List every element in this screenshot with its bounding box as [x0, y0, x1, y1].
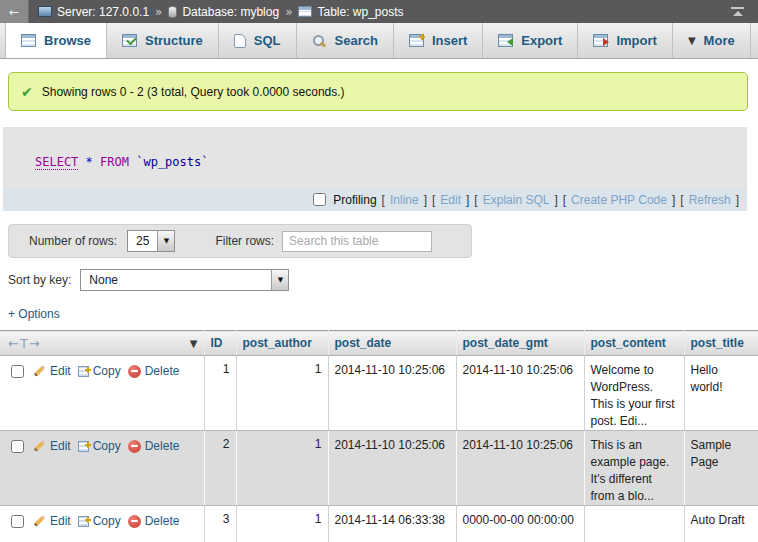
copy-icon: [78, 366, 89, 377]
collapse-chevron: [733, 11, 743, 16]
col-header-post-author[interactable]: post_author: [236, 331, 328, 356]
row-checkbox[interactable]: [11, 515, 24, 528]
export-icon: [498, 34, 513, 47]
edit-label: Edit: [50, 439, 71, 453]
cell-post-date: 2014-11-10 10:25:06: [328, 431, 456, 506]
bracket: [: [382, 193, 385, 207]
bracket: [: [474, 193, 477, 207]
server-breadcrumb-bar: ← Server: 127.0.0.1 » Database: myblog »…: [0, 0, 758, 23]
pencil-icon: [33, 365, 45, 377]
options-toggle[interactable]: + Options: [8, 307, 758, 321]
bracket: ]: [466, 193, 469, 207]
bracket: ]: [554, 193, 557, 207]
col-header-post-date-gmt[interactable]: post_date_gmt: [456, 331, 584, 356]
cell-post-title: Sample Page: [684, 431, 758, 506]
bracket: ]: [672, 193, 675, 207]
edit-query-link[interactable]: Edit: [440, 193, 461, 207]
breadcrumb-separator: »: [285, 5, 292, 19]
number-of-rows-select[interactable]: 25 ▼: [127, 230, 175, 252]
bracket: [: [680, 193, 683, 207]
tab-insert[interactable]: Insert: [394, 23, 483, 58]
table-row: Edit Copy Delete 2 1 2014-11-10 1: [0, 431, 758, 506]
cell-post-date-gmt: 0000-00-00 00:00:00: [456, 506, 584, 542]
delete-row-button[interactable]: Delete: [128, 514, 180, 528]
tab-browse[interactable]: Browse: [5, 23, 107, 58]
table-icon: [298, 6, 312, 17]
sql-keyword-from: FROM: [100, 155, 129, 169]
tab-export-label: Export: [521, 33, 562, 48]
sort-by-key-label: Sort by key:: [8, 273, 71, 287]
copy-row-button[interactable]: Copy: [78, 514, 121, 528]
filter-rows-input[interactable]: [282, 231, 432, 252]
tab-search[interactable]: Search: [297, 23, 394, 58]
sort-by-key-value: None: [81, 270, 271, 290]
database-icon: [168, 6, 177, 18]
edit-row-button[interactable]: Edit: [33, 514, 71, 528]
copy-row-button[interactable]: Copy: [78, 439, 121, 453]
tab-import[interactable]: Import: [578, 23, 672, 58]
edit-row-button[interactable]: Edit: [33, 364, 71, 378]
cell-post-author: 1: [236, 431, 328, 506]
explain-sql-link[interactable]: Explain SQL: [483, 193, 550, 207]
results-table: ←T→ ▼ ID post_author post_date post_date…: [0, 330, 758, 542]
delete-row-button[interactable]: Delete: [128, 364, 180, 378]
sql-star: *: [86, 155, 93, 169]
tab-more[interactable]: ▼ More: [673, 23, 751, 58]
breadcrumb-database-label: Database: myblog: [182, 5, 279, 19]
header-dropdown-icon[interactable]: ▼: [190, 338, 198, 349]
col-header-post-content[interactable]: post_content: [584, 331, 684, 356]
cell-post-content: Welcome to WordPress. This is your first…: [584, 356, 684, 431]
tab-structure-label: Structure: [145, 33, 203, 48]
profiling-checkbox[interactable]: [313, 193, 326, 206]
inline-link[interactable]: Inline: [390, 193, 419, 207]
collapse-console-icon[interactable]: [731, 7, 744, 16]
bracket: [: [432, 193, 435, 207]
tab-export[interactable]: Export: [483, 23, 578, 58]
back-button[interactable]: ←: [0, 0, 29, 23]
column-marker-icon: ←T→: [8, 336, 41, 351]
cell-post-content: [584, 506, 684, 542]
copy-icon: [78, 441, 89, 452]
refresh-link[interactable]: Refresh: [689, 193, 731, 207]
sort-by-key-row: Sort by key: None ▼: [8, 269, 758, 291]
create-php-code-link[interactable]: Create PHP Code: [571, 193, 667, 207]
delete-label: Delete: [145, 514, 180, 528]
chevron-down-icon: ▼: [688, 35, 696, 46]
structure-icon: [122, 34, 137, 47]
breadcrumb-database[interactable]: Database: myblog: [168, 5, 279, 19]
table-header-row: ←T→ ▼ ID post_author post_date post_date…: [0, 331, 758, 356]
delete-label: Delete: [145, 439, 180, 453]
cell-post-author: 1: [236, 506, 328, 542]
col-header-post-date[interactable]: post_date: [328, 331, 456, 356]
copy-icon: [78, 516, 89, 527]
breadcrumb-table[interactable]: Table: wp_posts: [298, 5, 403, 19]
select-arrow-icon: ▼: [157, 231, 174, 251]
profiling-label: Profiling: [333, 193, 376, 207]
cell-id: 2: [204, 431, 236, 506]
bracket: [: [563, 193, 566, 207]
edit-label: Edit: [50, 514, 71, 528]
sql-table-name: `wp_posts`: [136, 155, 208, 169]
cell-id: 3: [204, 506, 236, 542]
sort-by-key-select[interactable]: None ▼: [80, 269, 289, 291]
row-checkbox[interactable]: [11, 440, 24, 453]
tab-structure[interactable]: Structure: [107, 23, 219, 58]
results-controls-bar: Number of rows: 25 ▼ Filter rows:: [8, 224, 472, 258]
delete-icon: [128, 515, 141, 528]
breadcrumb-server[interactable]: Server: 127.0.0.1: [38, 5, 149, 19]
tab-sql[interactable]: SQL: [219, 23, 297, 58]
col-header-id[interactable]: ID: [204, 331, 236, 356]
pencil-icon: [33, 515, 45, 527]
tab-import-label: Import: [616, 33, 656, 48]
breadcrumb-server-label: Server: 127.0.0.1: [57, 5, 149, 19]
edit-row-button[interactable]: Edit: [33, 439, 71, 453]
select-arrow-icon: ▼: [271, 270, 288, 290]
search-icon: [312, 34, 327, 48]
copy-label: Copy: [93, 514, 121, 528]
copy-row-button[interactable]: Copy: [78, 364, 121, 378]
row-checkbox[interactable]: [11, 365, 24, 378]
cell-post-title: Hello world!: [684, 356, 758, 431]
tab-more-label: More: [704, 33, 735, 48]
delete-row-button[interactable]: Delete: [128, 439, 180, 453]
col-header-post-title[interactable]: post_title: [684, 331, 758, 356]
